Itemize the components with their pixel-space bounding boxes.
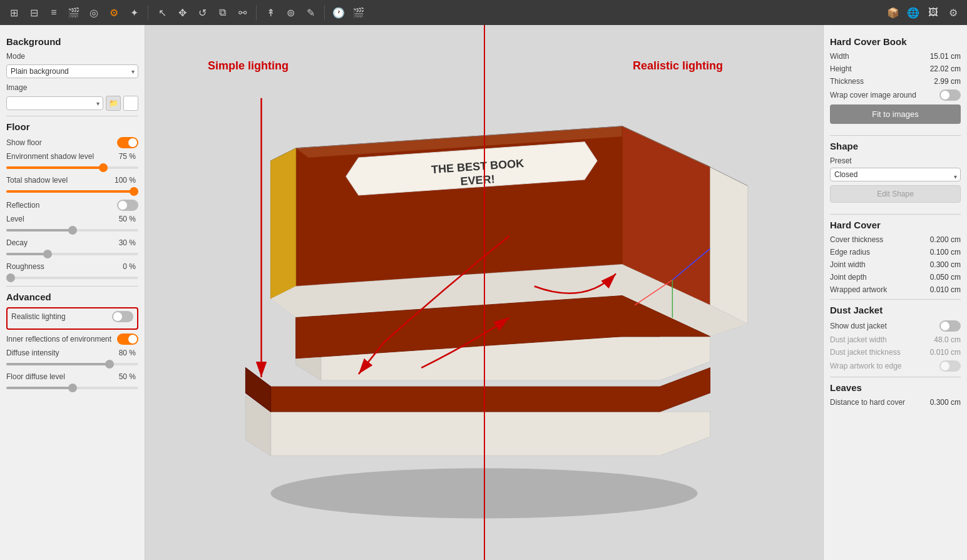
toolbar-target-icon[interactable]: ◎ (85, 4, 103, 21)
toolbar-cursor-icon[interactable]: ↖ (153, 4, 171, 21)
realistic-lighting-box: Realistic lighting (6, 307, 138, 330)
roughness-slider[interactable] (6, 277, 138, 279)
wrap-artwork-row: Wrap artwork to edge (830, 360, 961, 372)
floor-title: Floor (6, 121, 138, 132)
image-folder-btn[interactable]: 📁 (106, 96, 121, 111)
toolbar-rotate-icon[interactable]: ↺ (193, 4, 211, 21)
toolbar-sun-icon[interactable]: ✦ (125, 4, 143, 21)
joint-width-value: 0.300 cm (930, 260, 961, 269)
mode-select-wrapper[interactable]: Plain background (6, 64, 138, 78)
toolbar-video-icon[interactable]: 🎬 (350, 4, 367, 21)
toolbar-settings-icon[interactable]: ⚙ (105, 4, 123, 21)
svg-marker-14 (271, 148, 296, 299)
diffuse-intensity-row: Diffuse intensity 80 % (6, 349, 138, 367)
mode-label: Mode (6, 52, 138, 61)
level-row: Level 50 % (6, 215, 138, 233)
level-label: Level (6, 215, 117, 223)
reflection-toggle[interactable] (117, 200, 138, 211)
toolbar-right-settings-icon[interactable]: ⚙ (944, 4, 962, 21)
toolbar-pen-icon[interactable]: ✎ (302, 4, 319, 21)
total-shadow-label: Total shadow level (6, 176, 115, 185)
mode-select[interactable]: Plain background (6, 64, 138, 78)
toolbar-film-icon[interactable]: 🎬 (65, 4, 83, 21)
decay-value: 30 % (117, 238, 136, 247)
wrap-cover-toggle[interactable] (939, 89, 961, 101)
floor-diffuse-label: Floor diffuse level (6, 372, 117, 381)
inner-reflections-label: Inner reflections of environment (6, 335, 117, 344)
image-select-wrapper[interactable] (6, 96, 103, 110)
toolbar-align-icon[interactable]: ↟ (262, 4, 279, 21)
level-slider[interactable] (6, 229, 138, 232)
image-preview-btn[interactable] (123, 96, 138, 111)
svg-marker-15 (710, 167, 748, 324)
inner-reflections-row: Inner reflections of environment (6, 333, 138, 345)
thickness-row: Thickness 2.99 cm (830, 77, 961, 86)
divider-2 (6, 286, 138, 287)
joint-depth-row: Joint depth 0.050 cm (830, 273, 961, 282)
background-title: Background (6, 36, 138, 47)
preset-select[interactable]: Closed (830, 168, 961, 181)
show-dust-jacket-toggle[interactable] (939, 320, 961, 332)
floor-diffuse-slider[interactable] (6, 387, 138, 389)
left-panel: Background Mode Plain background Image 📁… (0, 25, 145, 560)
toolbar-image-icon[interactable]: 🖼 (924, 4, 942, 21)
dust-jacket-title: Dust Jacket (830, 305, 961, 315)
right-divider-3 (830, 299, 961, 300)
diffuse-intensity-slider[interactable] (6, 363, 138, 365)
wrapped-artwork-label: Wrapped artwork (830, 285, 930, 294)
image-select[interactable] (6, 96, 103, 110)
dust-jacket-width-value: 48.0 cm (934, 335, 961, 344)
image-label: Image (6, 83, 138, 92)
divider-1 (6, 116, 138, 116)
wrap-cover-row: Wrap cover image around (830, 89, 961, 101)
decay-slider[interactable] (6, 253, 138, 255)
total-shadow-slider[interactable] (6, 190, 138, 193)
show-floor-row: Show floor (6, 137, 138, 148)
toolbar-menu-icon[interactable]: ≡ (45, 4, 63, 21)
reflection-row: Reflection (6, 200, 138, 211)
image-selector-row: 📁 (6, 96, 138, 111)
toolbar-box-icon[interactable]: 📦 (884, 4, 902, 21)
decay-row: Decay 30 % (6, 238, 138, 257)
height-row: Height 22.02 cm (830, 64, 961, 73)
toolbar-grid-icon[interactable]: ⊞ (5, 4, 23, 21)
width-label: Width (830, 52, 930, 61)
toolbar-duplicate-icon[interactable]: ⧉ (213, 4, 231, 21)
joint-width-row: Joint width 0.300 cm (830, 260, 961, 269)
joint-depth-value: 0.050 cm (930, 273, 961, 282)
decay-label: Decay (6, 238, 117, 247)
dust-jacket-thickness-label: Dust jacket thickness (830, 348, 930, 357)
shape-title: Shape (830, 141, 961, 151)
hard-cover-title: Hard Cover (830, 220, 961, 230)
toolbar-circle-icon[interactable]: ⊚ (282, 4, 299, 21)
show-floor-toggle[interactable] (117, 137, 138, 148)
floor-diffuse-value: 50 % (117, 372, 136, 381)
svg-text:EVER!: EVER! (460, 173, 495, 188)
simple-lighting-label: Simple lighting (208, 59, 289, 73)
dust-jacket-thickness-row: Dust jacket thickness 0.010 cm (830, 348, 961, 357)
toolbar-clock-icon[interactable]: 🕐 (330, 4, 347, 21)
toolbar: ⊞ ⊟ ≡ 🎬 ◎ ⚙ ✦ ↖ ✥ ↺ ⧉ ⚯ ↟ ⊚ ✎ 🕐 🎬 📦 🌐 🖼 … (0, 0, 967, 25)
env-shadow-label: Environment shadow level (6, 152, 117, 161)
distance-label: Distance to hard cover (830, 398, 930, 407)
toolbar-layout-icon[interactable]: ⊟ (25, 4, 43, 21)
fit-images-btn[interactable]: Fit to images (830, 104, 961, 124)
env-shadow-slider[interactable] (6, 166, 138, 169)
realistic-lighting-toggle[interactable] (112, 311, 133, 322)
realistic-lighting-canvas-label: Realistic lighting (633, 59, 723, 73)
toolbar-move-icon[interactable]: ✥ (173, 4, 191, 21)
preset-select-wrapper[interactable]: Closed (830, 168, 961, 185)
cover-thickness-value: 0.200 cm (930, 235, 961, 244)
env-shadow-row: Environment shadow level 75 % (6, 152, 138, 171)
wrap-artwork-toggle[interactable] (939, 360, 961, 372)
top-book: THE BEST BOOK EVER! (269, 126, 748, 359)
env-shadow-value: 75 % (117, 152, 136, 161)
toolbar-globe-icon[interactable]: 🌐 (904, 4, 922, 21)
main-layout: Background Mode Plain background Image 📁… (0, 25, 967, 560)
edge-radius-label: Edge radius (830, 248, 930, 257)
toolbar-node-icon[interactable]: ⚯ (233, 4, 251, 21)
height-label: Height (830, 64, 930, 73)
cover-thickness-row: Cover thickness 0.200 cm (830, 235, 961, 244)
inner-reflections-toggle[interactable] (117, 333, 138, 345)
mode-row: Mode (6, 52, 138, 61)
